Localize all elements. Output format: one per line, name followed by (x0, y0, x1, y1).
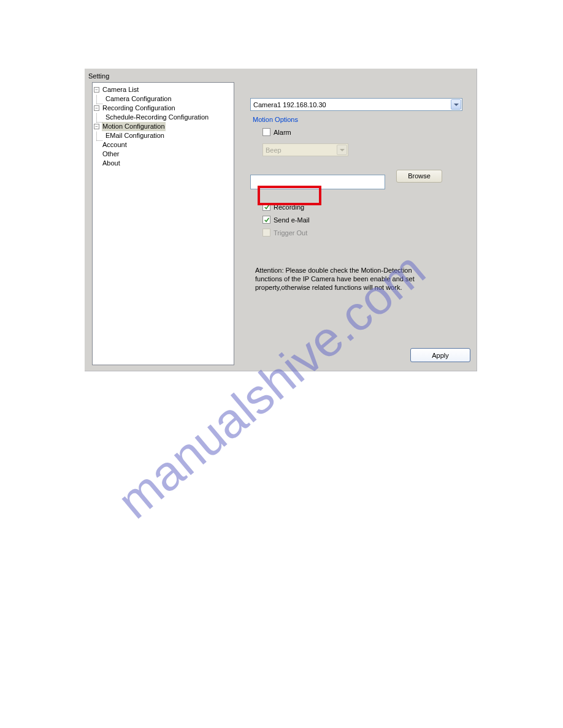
tree-node-camera-list[interactable]: − Camera List (94, 85, 232, 94)
tree-node-email-config[interactable]: EMail Configuration (94, 131, 232, 140)
camera-select[interactable]: Camera1 192.168.10.30 (250, 98, 462, 111)
alarm-checkbox[interactable] (262, 128, 270, 136)
tree-node-camera-config[interactable]: Camera Configuration (94, 94, 232, 104)
send-email-label: Send e-Mail (274, 216, 310, 224)
recording-row: Recording (262, 203, 471, 211)
tree-label: Camera Configuration (105, 94, 172, 104)
browse-label: Browse (408, 172, 431, 180)
tree-view[interactable]: − Camera List Camera Configuration − Rec… (92, 82, 234, 365)
alarm-label: Alarm (274, 129, 291, 136)
panel-title: Setting (88, 72, 109, 80)
dropdown-button-disabled (337, 145, 347, 155)
tree-label: Other (102, 150, 120, 159)
collapse-icon[interactable]: − (94, 105, 99, 111)
trigger-out-checkbox (262, 229, 270, 237)
tree-node-about[interactable]: About (94, 159, 232, 168)
apply-wrap: Apply (410, 348, 470, 362)
beep-select: Beep (262, 143, 348, 156)
tree-label: About (102, 159, 121, 168)
beep-value: Beep (266, 146, 282, 154)
tree-node-schedule-recording[interactable]: Schedule-Recording Configuration (94, 113, 232, 122)
motion-options-pane: Camera1 192.168.10.30 Motion Options Ala… (250, 98, 471, 292)
browse-button[interactable]: Browse (396, 170, 442, 183)
tree-label: Camera List (102, 85, 139, 94)
dropdown-button[interactable] (451, 99, 461, 110)
tree-node-other[interactable]: Other (94, 150, 232, 159)
send-email-checkbox[interactable] (262, 216, 270, 224)
settings-panel: Setting − Camera List Camera Configurati… (85, 69, 477, 371)
alarm-row: Alarm (262, 128, 471, 136)
tree-label: EMail Configuration (105, 131, 165, 140)
motion-options-label: Motion Options (253, 116, 471, 123)
path-input[interactable] (250, 175, 385, 189)
tree-node-motion-config[interactable]: − Motion Configuration (94, 122, 232, 131)
trigger-out-row: Trigger Out (262, 229, 471, 237)
send-email-row: Send e-Mail (262, 216, 471, 224)
tree-node-recording-config[interactable]: − Recording Configuration (94, 104, 232, 113)
tree-label-selected: Motion Configuration (102, 122, 166, 131)
apply-label: Apply (432, 352, 449, 359)
attention-text: Attention: Please double check the Motio… (255, 266, 439, 292)
recording-checkbox[interactable] (262, 203, 270, 211)
tree-node-account[interactable]: Account (94, 140, 232, 150)
tree-label: Recording Configuration (102, 104, 176, 113)
chevron-down-icon (454, 104, 459, 106)
check-icon (264, 217, 270, 223)
recording-label: Recording (274, 203, 304, 211)
tree-label: Account (102, 140, 128, 150)
trigger-out-label: Trigger Out (274, 229, 307, 237)
collapse-icon[interactable]: − (94, 124, 99, 129)
tree-label: Schedule-Recording Configuration (105, 113, 209, 122)
chevron-down-icon (340, 149, 345, 151)
camera-select-value: Camera1 192.168.10.30 (253, 101, 326, 108)
check-icon (264, 204, 270, 210)
collapse-icon[interactable]: − (94, 87, 99, 93)
apply-button[interactable]: Apply (410, 348, 470, 362)
